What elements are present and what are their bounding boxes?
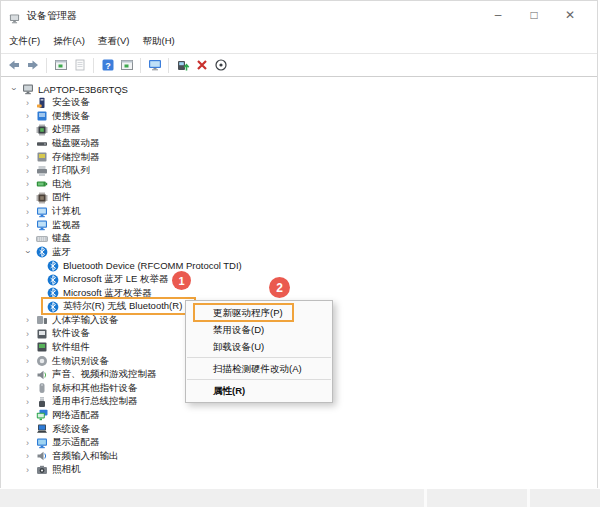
taskbar-separator: [424, 489, 427, 507]
chevron-expanded-icon[interactable]: ›: [9, 84, 19, 95]
tree-item-computer[interactable]: ›计算机: [1, 205, 597, 219]
menu-item-disable-device[interactable]: 禁用设备(D): [186, 321, 332, 338]
chevron-collapsed-icon[interactable]: ›: [22, 356, 33, 366]
chevron-collapsed-icon[interactable]: ›: [22, 125, 33, 135]
uninstall-device-icon[interactable]: [194, 58, 209, 73]
menu-item-scan-hardware-changes[interactable]: 扫描检测硬件改动(A): [186, 360, 332, 377]
tree-item-label: 通用串行总线控制器: [52, 395, 138, 408]
chevron-collapsed-icon[interactable]: ›: [22, 111, 33, 121]
chevron-collapsed-icon[interactable]: ›: [22, 451, 33, 461]
tree-item-label: 磁盘驱动器: [52, 137, 100, 150]
tree-item-label: 打印队列: [52, 164, 90, 177]
tower-icon: [36, 97, 48, 109]
forward-icon[interactable]: [25, 58, 40, 73]
tree-item-label: 键盘: [52, 232, 71, 245]
chevron-collapsed-icon[interactable]: ›: [22, 193, 33, 203]
chevron-collapsed-icon[interactable]: ›: [22, 465, 33, 475]
tree-item-label: 计算机: [52, 205, 81, 218]
chevron-collapsed-icon[interactable]: ›: [22, 383, 33, 393]
chevron-collapsed-icon[interactable]: ›: [22, 370, 33, 380]
svg-text:?: ?: [105, 61, 111, 71]
chevron-collapsed-icon[interactable]: ›: [22, 179, 33, 189]
chevron-collapsed-icon[interactable]: ›: [22, 166, 33, 176]
update-driver-icon[interactable]: [175, 58, 190, 73]
tree-item-label: 存储控制器: [52, 151, 100, 164]
menu-separator: [187, 379, 331, 380]
tree-item-cameras[interactable]: ›照相机: [1, 463, 597, 477]
chevron-expanded-icon[interactable]: ›: [23, 247, 33, 258]
tree-item-label: 固件: [52, 191, 71, 204]
tree-item-monitors[interactable]: ›监视器: [1, 218, 597, 232]
chevron-collapsed-icon[interactable]: ›: [22, 329, 33, 339]
tree-item-firmware[interactable]: ›固件: [1, 191, 597, 205]
tree-item-audio-inputs-outputs[interactable]: ›音频输入和输出: [1, 449, 597, 463]
chevron-collapsed-icon[interactable]: ›: [22, 424, 33, 434]
annotation-step-badge-1: 1: [172, 271, 191, 290]
tree-item-print-queues[interactable]: ›打印队列: [1, 164, 597, 178]
camera-icon: [36, 464, 48, 476]
tree-item-processors[interactable]: ›处理器: [1, 123, 597, 137]
tree-item-ms-bluetooth-enumerator[interactable]: Microsoft 蓝牙枚举器: [1, 286, 597, 300]
tree-item-ms-bluetooth-le-enumerator[interactable]: Microsoft 蓝牙 LE 枚举器: [1, 273, 597, 287]
laptop-icon: [36, 423, 48, 435]
toolbar: ?: [1, 54, 597, 77]
menu-action[interactable]: 操作(A): [53, 35, 85, 48]
tree-item-keyboards[interactable]: ›键盘: [1, 232, 597, 246]
bluetooth-icon: [47, 260, 59, 272]
tree-item-display-adapters[interactable]: ›显示适配器: [1, 436, 597, 450]
tree-item-label: 软件组件: [52, 341, 90, 354]
tree-item-label: 音频输入和输出: [52, 450, 119, 463]
chevron-collapsed-icon[interactable]: ›: [22, 98, 33, 108]
tree-item-disk-drives[interactable]: ›磁盘驱动器: [1, 137, 597, 151]
tree-item-label: 软件设备: [52, 327, 90, 340]
usb-icon: [36, 396, 48, 408]
console-window-icon[interactable]: [119, 58, 134, 73]
maximize-button[interactable]: □: [523, 5, 545, 25]
tree-item-security-devices[interactable]: ›安全设备: [1, 96, 597, 110]
tree-item-label: 照相机: [52, 463, 81, 476]
back-icon[interactable]: [6, 58, 21, 73]
help-icon[interactable]: ?: [100, 58, 115, 73]
tree-item-label: 英特尔(R) 无线 Bluetooth(R): [63, 300, 182, 313]
tree-item-bluetooth-rfcomm[interactable]: Bluetooth Device (RFCOMM Protocol TDI): [1, 259, 597, 273]
tree-item-batteries[interactable]: ›电池: [1, 178, 597, 192]
tree-item-system-devices[interactable]: ›系统设备: [1, 422, 597, 436]
menu-item-update-driver[interactable]: 更新驱动程序(P): [186, 304, 332, 321]
chevron-collapsed-icon[interactable]: ›: [22, 397, 33, 407]
menu-item-properties[interactable]: 属性(R): [186, 382, 332, 399]
close-button[interactable]: ✕: [559, 5, 581, 25]
tree-item-network-adapters[interactable]: ›网络适配器: [1, 409, 597, 423]
menu-file[interactable]: 文件(F): [9, 35, 40, 48]
chevron-collapsed-icon[interactable]: ›: [22, 438, 33, 448]
taskbar-separator: [527, 489, 530, 507]
chevron-collapsed-icon[interactable]: ›: [22, 139, 33, 149]
tree-item-bluetooth[interactable]: ›蓝牙: [1, 246, 597, 260]
tree-item-label: 网络适配器: [52, 409, 100, 422]
taskbar-strip: [0, 489, 600, 507]
chevron-collapsed-icon[interactable]: ›: [22, 234, 33, 244]
minimize-button[interactable]: –: [487, 5, 509, 25]
tree-item-label: Microsoft 蓝牙 LE 枚举器: [63, 273, 169, 286]
tree-item-label: 蓝牙: [52, 246, 71, 259]
menu-view[interactable]: 查看(V): [98, 35, 130, 48]
properties-page-icon[interactable]: [72, 58, 87, 73]
tree-root[interactable]: ›LAPTOP-E3B6RTQS: [1, 82, 597, 96]
chevron-collapsed-icon[interactable]: ›: [22, 152, 33, 162]
printer-icon: [36, 165, 48, 177]
computer-monitor-icon[interactable]: [147, 58, 162, 73]
menu-item-uninstall-device[interactable]: 卸载设备(U): [186, 338, 332, 355]
screen: 设备管理器 – □ ✕ 文件(F)操作(A)查看(V)帮助(H) ? ›LAPT…: [0, 0, 600, 516]
mouse-icon: [36, 382, 48, 394]
chevron-collapsed-icon[interactable]: ›: [22, 315, 33, 325]
console-window-icon[interactable]: [53, 58, 68, 73]
menu-help[interactable]: 帮助(H): [142, 35, 174, 48]
tree-item-portable-devices[interactable]: ›便携设备: [1, 110, 597, 124]
scan-hardware-icon[interactable]: [213, 58, 228, 73]
chevron-collapsed-icon[interactable]: ›: [22, 410, 33, 420]
chevron-collapsed-icon[interactable]: ›: [22, 342, 33, 352]
chevron-collapsed-icon[interactable]: ›: [22, 220, 33, 230]
annotation-step-badge-2: 2: [269, 277, 290, 298]
tree-item-storage-controllers[interactable]: ›存储控制器: [1, 150, 597, 164]
chevron-collapsed-icon[interactable]: ›: [22, 207, 33, 217]
tree-item-label: 人体学输入设备: [52, 314, 119, 327]
